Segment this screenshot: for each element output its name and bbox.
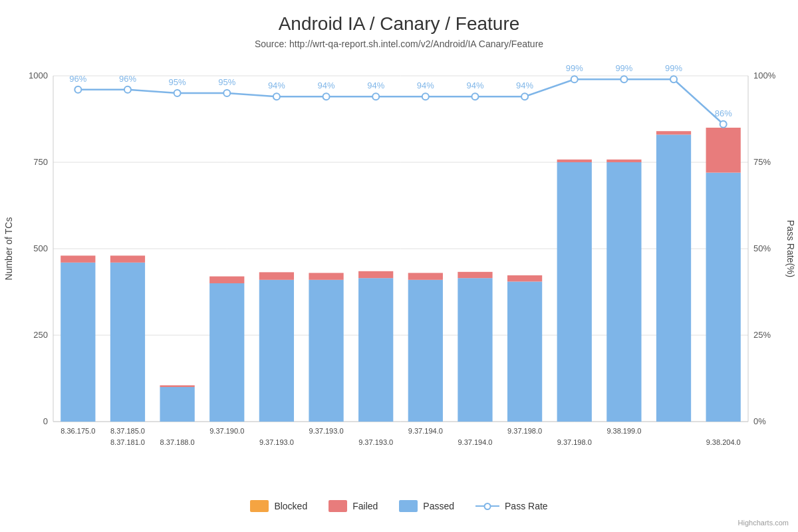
legend-failed-label: Failed: [352, 501, 378, 511]
legend-blocked: Blocked: [250, 500, 307, 512]
legend-passed-box: [399, 500, 418, 512]
legend-passrate-label: Pass Rate: [505, 501, 548, 511]
chart-subtitle: Source: http://wrt-qa-report.sh.intel.co…: [0, 39, 798, 49]
legend-failed: Failed: [329, 500, 378, 512]
legend-passed: Passed: [399, 500, 454, 512]
chart-legend: Blocked Failed Passed Pass Rate: [0, 500, 798, 512]
legend-passed-label: Passed: [423, 501, 454, 511]
legend-passrate-line: [475, 505, 499, 507]
chart-container: Android IA / Canary / Feature Source: ht…: [0, 0, 798, 532]
legend-blocked-label: Blocked: [274, 501, 307, 511]
legend-passrate-dot: [484, 503, 491, 510]
legend-blocked-box: [250, 500, 269, 512]
highcharts-credit: Highcharts.com: [738, 519, 789, 527]
legend-passrate: Pass Rate: [475, 501, 548, 511]
chart-title: Android IA / Canary / Feature: [0, 0, 798, 39]
legend-failed-box: [329, 500, 347, 512]
